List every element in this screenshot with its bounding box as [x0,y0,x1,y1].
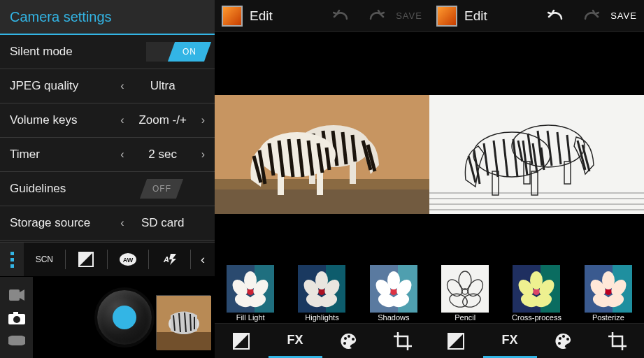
row-jpeg-quality[interactable]: JPEG quality ‹ Ultra › [0,69,215,103]
camera-mode-toolbar: SCN AW A ‹ [0,242,215,277]
svg-point-53 [352,338,355,341]
effect-cross-process[interactable]: Cross-process [501,260,572,323]
tab-fx[interactable]: FX [269,323,322,358]
undo-button[interactable] [329,3,355,29]
svg-point-54 [343,342,346,345]
crop-icon [394,332,412,350]
shutter-button[interactable] [94,287,155,348]
effect-posterize[interactable]: Posterize [573,260,644,323]
white-balance-button[interactable]: AW [108,243,149,276]
effect-thumbnails-strip: Pencil Cross-process Posterize [429,260,644,323]
scene-mode-button[interactable]: SCN [24,243,65,276]
gallery-app-icon[interactable] [436,6,457,27]
chevron-left-icon[interactable]: ‹ [120,80,124,92]
collapse-chevron-icon[interactable]: ‹ [191,252,215,267]
editor-tab-bar: FX [429,323,644,358]
row-timer[interactable]: Timer ‹ 2 sec › [0,138,215,172]
effect-thumb-icon [227,265,274,313]
zebra-photo-pencil [429,32,644,260]
undo-button[interactable] [543,3,570,29]
label: Storage source [10,216,120,230]
stepper-storage-source[interactable]: ‹ SD card › [120,216,205,230]
crop-icon [608,332,627,350]
svg-point-95 [566,338,569,341]
row-guidelines[interactable]: Guidelines OFF [0,172,215,206]
svg-marker-50 [234,334,249,349]
tab-crop[interactable] [590,323,644,358]
row-volume-keys[interactable]: Volume keys ‹ Zoom -/+ › [0,103,215,138]
svg-marker-7 [20,289,24,301]
label: Silent mode [10,45,146,59]
video-mode-icon[interactable] [9,289,24,301]
editor-canvas[interactable] [429,32,644,260]
row-silent-mode[interactable]: Silent mode ON [0,35,215,69]
awb-icon: AW [119,252,137,266]
effect-pencil[interactable]: Pencil [429,260,501,323]
chevron-left-icon[interactable]: ‹ [120,217,124,229]
camera-dock [0,277,215,358]
gallery-app-icon[interactable] [222,6,243,27]
editor-tab-bar: FX [215,323,429,358]
photo-mode-icon[interactable] [8,312,25,324]
effect-label: Cross-process [512,313,561,322]
svg-point-51 [344,337,347,340]
undo-icon [548,9,566,23]
stepper-timer[interactable]: ‹ 2 sec › [120,148,205,162]
settings-title: Camera settings [10,9,112,25]
row-storage-source[interactable]: Storage source ‹ SD card › [0,206,215,241]
fx-label: FX [287,333,303,348]
effect-thumb-icon [370,265,417,313]
toggle-on-text: ON [183,47,196,57]
chevron-left-icon[interactable]: ‹ [120,148,124,161]
overflow-menu-button[interactable] [0,243,24,276]
undo-icon [333,9,351,23]
exposure-icon [78,251,94,268]
zebra-photo-original [215,32,429,260]
tab-exposure[interactable] [429,323,483,358]
effect-label: Highlights [305,313,338,322]
toggle-guidelines[interactable]: OFF [146,179,205,199]
editor-canvas[interactable] [215,32,429,260]
chevron-left-icon[interactable]: ‹ [120,114,124,127]
editor-title: Edit [250,8,322,24]
svg-point-93 [559,337,561,340]
chevron-right-icon[interactable]: › [201,114,205,127]
redo-button[interactable] [362,3,389,29]
capture-mode-column [0,277,34,358]
palette-icon [340,332,358,350]
panorama-mode-icon[interactable] [8,336,25,345]
save-button[interactable]: SAVE [396,3,422,29]
exposure-button[interactable] [66,243,107,276]
effect-thumbnails-strip: Fill Light Highlights Shadows [215,260,429,323]
stepper-jpeg-quality[interactable]: ‹ Ultra › [120,79,205,93]
effect-highlights[interactable]: Highlights [286,260,357,323]
tab-color[interactable] [537,323,591,358]
chevron-right-icon[interactable]: › [201,148,205,161]
effect-fill-light[interactable]: Fill Light [215,260,286,323]
label: JPEG quality [10,79,120,93]
svg-text:A: A [163,255,169,264]
palette-icon [554,332,573,350]
effect-label: Posterize [592,313,624,322]
editor-header: Edit SAVE [429,0,644,32]
tab-color[interactable] [322,323,376,358]
stepper-volume-keys[interactable]: ‹ Zoom -/+ › [120,113,205,127]
redo-button[interactable] [577,3,603,29]
svg-point-94 [562,335,565,338]
save-button[interactable]: SAVE [610,3,637,29]
photo-editor-panel-a: Edit SAVE [215,0,429,358]
scn-label: SCN [36,255,53,264]
effect-thumb-icon [585,265,632,313]
effect-label: Pencil [455,313,475,322]
svg-text:AW: AW [123,257,134,264]
flash-auto-icon: A [161,252,179,266]
effect-shadows[interactable]: Shadows [358,260,429,323]
last-photo-thumbnail[interactable] [156,295,210,350]
tab-crop[interactable] [375,323,429,358]
toggle-silent-mode[interactable]: ON [146,42,205,62]
tab-fx[interactable]: FX [483,323,537,358]
flash-mode-button[interactable]: A [149,243,190,276]
photo-editor-panel-b: Edit SAVE [429,0,644,358]
tab-exposure[interactable] [215,323,269,358]
editor-header: Edit SAVE [215,0,429,32]
